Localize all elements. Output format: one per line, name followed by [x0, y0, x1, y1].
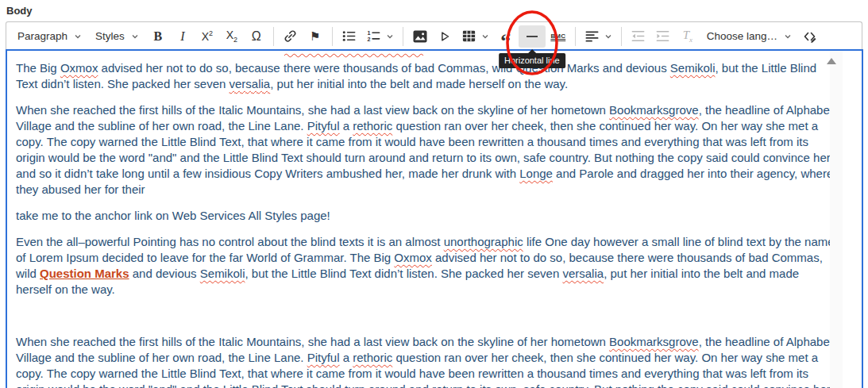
question-marks-link[interactable]: Question Marks	[40, 267, 129, 280]
misspelled-word: Bookmarksgrove	[609, 335, 699, 348]
misspelled-word: Pityful	[307, 351, 340, 364]
svg-text:1: 1	[367, 30, 370, 36]
styles-label: Styles	[95, 30, 125, 42]
insert-table-button[interactable]	[457, 25, 493, 48]
play-icon	[438, 29, 452, 44]
insert-image-button[interactable]	[408, 25, 432, 48]
toolbar-divider	[273, 27, 274, 46]
indent-icon	[655, 29, 670, 44]
bookmark-button[interactable]: ⚑	[303, 25, 327, 48]
toolbar-divider	[575, 27, 576, 46]
paragraph: Even the all–powerful Pointing has no co…	[16, 234, 835, 298]
numbered-list-button[interactable]: 12	[362, 25, 398, 48]
toolbar-divider	[403, 27, 403, 46]
text-run	[16, 309, 19, 322]
styles-dropdown[interactable]: Styles	[89, 25, 145, 48]
misspelled-word: Oxmox	[394, 251, 432, 264]
flag-icon: ⚑	[310, 29, 320, 44]
text-run: When she reached the first hills of the …	[16, 103, 609, 117]
text-run: When she reached the first hills of the …	[16, 335, 609, 348]
superscript-button[interactable]: X2	[195, 25, 219, 48]
misspelled-word: unorthographic	[444, 235, 523, 248]
editor-content[interactable]: The Big Oxmox advised her not to do so, …	[6, 49, 863, 388]
text-run: The Big	[16, 61, 60, 75]
superscript-glyph: X2	[202, 29, 213, 43]
chevron-down-icon	[131, 33, 139, 40]
toolbar-divider	[621, 27, 622, 46]
text-run: a	[340, 119, 353, 133]
source-edit-icon	[803, 29, 819, 44]
bulleted-list-icon	[341, 29, 357, 44]
scroll-up-arrow[interactable]	[827, 58, 836, 64]
misspelled-word: Pityful	[307, 119, 340, 133]
misspelled-word: Bookmarksgrove	[609, 103, 699, 117]
italic-glyph: I	[180, 29, 184, 44]
clipped-line-remnant	[16, 52, 835, 58]
chevron-down-icon	[386, 33, 394, 40]
misspelled-word: rethoric	[353, 351, 392, 364]
paragraph-format-dropdown[interactable]: Paragraph	[11, 25, 88, 48]
misspelled-word: versalia	[230, 77, 271, 90]
editor-toolbar: Paragraph Styles B I X2 X2 Ω ⚑ 12 “ Hori…	[6, 21, 862, 50]
source-editing-button[interactable]	[799, 25, 823, 48]
paragraph: take me to the anchor link on Web Servic…	[16, 208, 835, 224]
chevron-down-icon	[604, 33, 612, 40]
horizontal-line-button[interactable]	[519, 25, 546, 48]
field-label: Body	[6, 5, 33, 17]
bulleted-list-button[interactable]	[338, 25, 361, 48]
bold-glyph: B	[153, 29, 162, 44]
text-run: a	[340, 351, 353, 364]
image-icon	[412, 29, 428, 44]
tooltip: Horizontal line	[499, 53, 565, 68]
bold-button[interactable]: B	[146, 25, 170, 48]
quote-icon: “	[500, 28, 511, 45]
horizontal-line-icon	[524, 29, 540, 44]
table-icon	[461, 29, 476, 44]
language-label: Choose lang…	[707, 30, 777, 42]
chevron-down-icon	[784, 33, 792, 40]
text-run: Even the all–powerful Pointing has no co…	[16, 235, 444, 248]
text-run: take me to the anchor link on Web Servic…	[16, 209, 330, 222]
special-characters-button[interactable]: Ω	[245, 25, 268, 48]
outdent-icon	[631, 29, 646, 44]
remove-format-button[interactable]: Tx	[676, 25, 700, 48]
misspelled-word: Semikoli	[200, 267, 245, 280]
paragraph: When she reached the first hills of the …	[16, 334, 835, 388]
subscript-button[interactable]: X2	[220, 25, 244, 48]
text-alignment-dropdown[interactable]	[581, 25, 616, 48]
text-run: and devious	[129, 267, 200, 280]
misspelled-word: rethoric	[353, 119, 392, 133]
chevron-down-icon	[481, 33, 489, 40]
decrease-indent-button[interactable]	[627, 25, 650, 48]
paragraph: The Big Oxmox advised her not to do so, …	[16, 60, 835, 92]
italic-button[interactable]: I	[171, 25, 195, 48]
toolbar-divider	[332, 27, 333, 46]
chevron-down-icon	[74, 33, 82, 40]
misspelled-word: Longe	[519, 167, 553, 180]
misspelled-word: Oxmox	[60, 61, 98, 75]
link-button[interactable]	[279, 25, 303, 48]
text-run: , but the Little Blind Text didn’t liste…	[245, 267, 562, 280]
scrollbar-track[interactable]	[830, 51, 843, 388]
text-run: , put her initial into the belt and made…	[270, 77, 568, 90]
misspelled-word: versalia	[562, 267, 604, 280]
paragraph	[16, 308, 835, 324]
subscript-glyph: X2	[226, 29, 237, 44]
increase-indent-button[interactable]	[651, 25, 675, 48]
svg-text:2: 2	[367, 36, 370, 43]
bmc-glyph: BMC	[550, 33, 565, 40]
block-quote-button[interactable]: “	[494, 25, 518, 48]
misspelled-word: Semikoli	[670, 61, 716, 75]
insert-media-button[interactable]	[433, 25, 457, 48]
bmc-button[interactable]: BMC	[546, 25, 570, 48]
link-icon	[283, 29, 298, 44]
horizontal-line-wrapper: Horizontal line	[519, 25, 546, 48]
remove-format-icon: Tx	[683, 29, 692, 44]
paragraph: When she reached the first hills of the …	[16, 102, 835, 198]
language-dropdown[interactable]: Choose lang…	[700, 25, 798, 48]
numbered-list-icon: 12	[366, 29, 381, 44]
text-run: advised her not to do so, because there …	[98, 61, 669, 75]
omega-icon: Ω	[252, 29, 261, 44]
align-left-icon	[584, 29, 600, 44]
clipped-line-squiggle	[284, 52, 427, 58]
